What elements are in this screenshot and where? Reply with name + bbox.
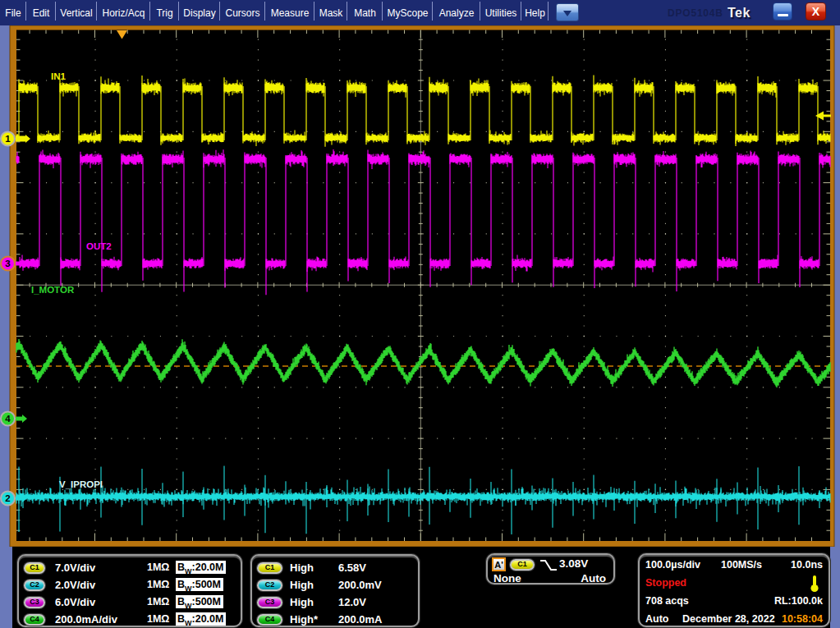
measurement-row-c4: C4High*200.0mA [252, 611, 418, 628]
menu-item-horizacq[interactable]: Horiz/Acq [97, 0, 150, 25]
channel-impedance: 1MΩ [147, 596, 169, 607]
measurement-row-c3: C3High12.0V [252, 594, 418, 611]
menu-item-edit[interactable]: Edit [26, 0, 56, 25]
menu-item-display[interactable]: Display [179, 0, 220, 25]
menu-item-math[interactable]: Math [347, 0, 383, 25]
resolution: 10.0ns [791, 559, 823, 571]
menu-item-label: Mask [319, 7, 344, 19]
svg-text:2: 2 [5, 493, 10, 503]
menu-item-label: Measure [270, 7, 310, 19]
waveform-label-in1: IN1 [51, 71, 67, 81]
chevron-down-icon [563, 11, 571, 16]
measurement-pill-c4[interactable]: C4 [257, 614, 282, 626]
measurement-name: High [290, 562, 314, 574]
acq-row-timebase: 100.0µs/div 100MS/s 10.0ns [640, 558, 829, 575]
menu-item-label: Display [182, 7, 216, 19]
measurement-pill-c3[interactable]: C3 [257, 597, 282, 608]
channel-scale: 7.0V/div [55, 562, 95, 574]
readout-strip: C17.0V/div1MΩBW:20.0MC22.0V/div1MΩBW:500… [0, 547, 840, 628]
waveform-label-v_ipropi: V_IPROPI [59, 479, 103, 489]
svg-text:3: 3 [5, 259, 10, 268]
channel-pill-c1[interactable]: C1 [24, 562, 45, 574]
channel-impedance: 1MΩ [147, 562, 169, 573]
falling-edge-icon [539, 558, 558, 572]
channel-bandwidth: BW:20.0M [176, 612, 226, 626]
menu-item-trig[interactable]: Trig [150, 0, 179, 25]
menu-item-analyze[interactable]: Analyze [433, 0, 480, 25]
channel-pill-c3[interactable]: C3 [24, 597, 45, 608]
acquisition-status: Stopped [645, 577, 686, 589]
timebase: 100.0µs/div [645, 559, 700, 571]
measurements-panel[interactable]: C1High6.58VC2High200.0mVC3High12.0VC4Hig… [250, 554, 420, 627]
channel-pill-c4[interactable]: C4 [24, 614, 45, 626]
sample-rate: 100MS/s [721, 559, 762, 571]
record-length: RL:100.0k [774, 595, 823, 607]
menu-item-label: Vertical [59, 7, 93, 19]
measurement-value: 12.0V [338, 596, 366, 608]
channel-row-c4: C4200.0mA/div1MΩBW:20.0M [19, 611, 241, 628]
model-label: DPO5104B [668, 0, 723, 25]
menu-item-utilities[interactable]: Utilities [480, 0, 521, 25]
acq-row-acqs: 708 acqs RL:100.0k [640, 594, 829, 612]
acq-row-status: Stopped [640, 576, 829, 594]
bw-value: :500M [192, 579, 221, 590]
menu-item-label: Trig [155, 7, 173, 19]
bw-sub: W [185, 619, 192, 627]
menu-item-label: Help [524, 7, 546, 19]
graticule [16, 30, 830, 542]
channel-bandwidth: BW:20.0M [176, 561, 226, 574]
waveform-label-out2: OUT2 [86, 241, 112, 251]
channel-settings-panel[interactable]: C17.0V/div1MΩBW:20.0MC22.0V/div1MΩBW:500… [17, 554, 242, 627]
channel-impedance: 1MΩ [147, 613, 169, 625]
trigger-row-1: A' C1 3.08V [488, 557, 613, 572]
menu-item-file[interactable]: File [0, 0, 26, 25]
menu-dropdown-button[interactable] [556, 3, 579, 21]
measurement-pill-c1[interactable]: C1 [257, 562, 282, 574]
menu-item-vertical[interactable]: Vertical [56, 0, 97, 25]
trigger-row-2: None Auto [488, 572, 613, 585]
bw-value: :20.0M [192, 613, 224, 625]
menu-item-measure[interactable]: Measure [265, 0, 314, 25]
bw-value: :20.0M [192, 562, 224, 573]
channel-scale: 200.0mA/div [55, 613, 117, 626]
menu-item-help[interactable]: Help [521, 0, 549, 25]
svg-text:1: 1 [5, 134, 11, 144]
scope-display: IN1OUT2I_MOTORV_IPROPI1342 [0, 25, 840, 547]
measurement-value: 6.58V [338, 562, 366, 574]
channel-scale: 6.0V/div [55, 596, 95, 608]
menu-item-cursors[interactable]: Cursors [220, 0, 265, 25]
svg-text:4: 4 [5, 414, 11, 424]
menu-item-label: Horiz/Acq [101, 7, 145, 19]
channel-scale: 2.0V/div [55, 579, 95, 591]
channel-bandwidth: BW:500M [176, 578, 223, 591]
bw-sub: W [185, 584, 192, 593]
channel-impedance: 1MΩ [147, 579, 169, 590]
acquisition-panel[interactable]: 100.0µs/div 100MS/s 10.0ns Stopped 708 a… [638, 553, 830, 627]
trigger-holdoff: Auto [581, 572, 606, 584]
channel-pill-c2[interactable]: C2 [24, 580, 45, 591]
menu-item-label: Math [353, 7, 377, 19]
menu-item-label: File [4, 7, 21, 19]
close-button[interactable]: X [806, 2, 826, 21]
measurement-value: 200.0mV [338, 579, 382, 591]
menu-item-mask[interactable]: Mask [314, 0, 347, 25]
measurement-pill-c2[interactable]: C2 [257, 580, 282, 591]
acquisition-mode: Auto [645, 613, 668, 625]
measurement-row-c1: C1High6.58V [252, 559, 418, 576]
minimize-button[interactable] [773, 2, 792, 21]
menu-item-label: Edit [32, 7, 51, 19]
measurement-value: 200.0mA [338, 613, 382, 626]
menu-item-myscope[interactable]: MyScope [383, 0, 433, 25]
measurement-row-c2: C2High200.0mV [252, 576, 418, 594]
trigger-mode: None [493, 572, 521, 584]
trigger-panel[interactable]: A' C1 3.08V None Auto [486, 553, 615, 584]
bw-base: B [177, 596, 185, 607]
tek-logo: Tek [728, 0, 750, 25]
channel-row-c2: C22.0V/div1MΩBW:500M [19, 576, 241, 594]
bw-base: B [177, 579, 185, 590]
acquisition-count: 708 acqs [645, 595, 689, 607]
menu-bar: FileEditVerticalHoriz/AcqTrigDisplayCurs… [0, 0, 840, 25]
measurement-name: High* [290, 613, 318, 626]
waveform-label-i_motor: I_MOTOR [31, 285, 75, 295]
menu-item-label: MyScope [386, 7, 429, 19]
